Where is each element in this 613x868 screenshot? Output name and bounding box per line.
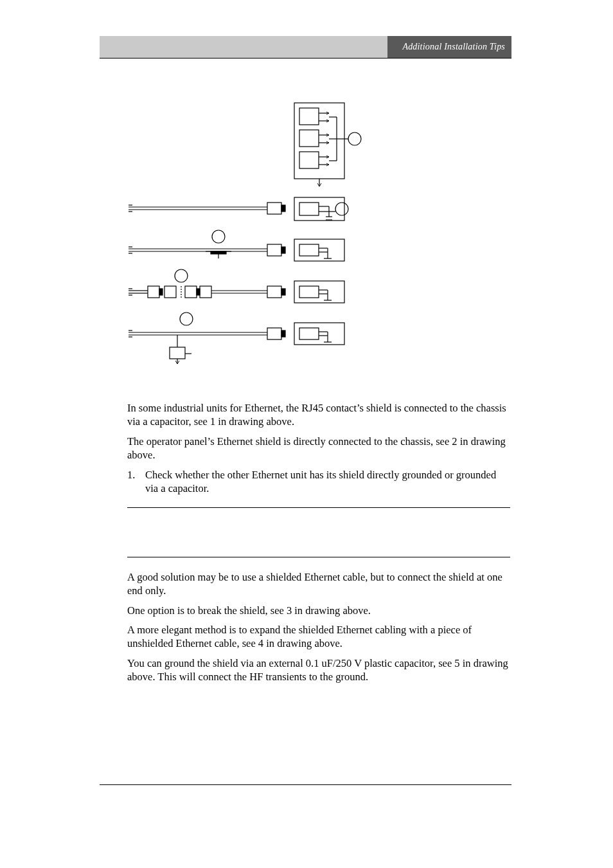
svg-rect-23 [294, 197, 344, 221]
svg-point-37 [212, 230, 225, 243]
svg-rect-43 [294, 239, 344, 261]
svg-rect-24 [299, 203, 319, 215]
header-title: Additional Installation Tips [387, 36, 511, 58]
paragraph-3: A good solution may be to use a shielded… [127, 570, 510, 598]
svg-rect-57 [185, 286, 197, 298]
header-rule [100, 58, 511, 59]
list-number: 1. [127, 468, 145, 496]
svg-rect-55 [164, 286, 176, 298]
svg-point-60 [175, 269, 188, 282]
note-box [127, 507, 510, 557]
header-grey-block [100, 36, 387, 58]
svg-rect-42 [281, 247, 285, 253]
list-item: 1. Check whether the other Ethernet unit… [127, 468, 510, 496]
svg-rect-3 [299, 152, 319, 168]
list-text: Check whether the other Ethernet unit ha… [145, 468, 510, 496]
svg-rect-80 [267, 328, 281, 339]
paragraph-5: A more elegant method is to expand the s… [127, 623, 510, 651]
svg-rect-64 [281, 289, 285, 295]
footer-rule [100, 784, 511, 785]
paragraph-1: In some industrial units for Ethernet, t… [127, 401, 510, 429]
svg-rect-54 [159, 289, 163, 295]
svg-point-32 [335, 203, 348, 215]
svg-rect-22 [281, 205, 285, 212]
svg-rect-83 [299, 328, 319, 339]
svg-point-75 [180, 312, 193, 325]
wiring-diagram [129, 96, 514, 373]
svg-rect-63 [267, 286, 281, 298]
body-text: In some industrial units for Ethernet, t… [127, 401, 510, 690]
page: Additional Installation Tips [0, 0, 613, 868]
svg-rect-39 [211, 251, 226, 254]
svg-rect-44 [299, 244, 319, 256]
paragraph-4: One option is to break the shield, see 3… [127, 604, 510, 617]
svg-rect-21 [267, 203, 281, 214]
svg-rect-77 [170, 347, 185, 359]
svg-point-15 [348, 132, 361, 145]
svg-rect-1 [299, 108, 319, 125]
svg-rect-41 [267, 244, 281, 256]
paragraph-2: The operator panel’s Ethernet shield is … [127, 435, 510, 462]
svg-rect-59 [200, 286, 211, 298]
svg-rect-81 [281, 330, 285, 337]
svg-rect-66 [299, 286, 319, 298]
paragraph-6: You can ground the shield via an externa… [127, 656, 510, 684]
svg-rect-82 [294, 323, 344, 345]
svg-rect-58 [197, 289, 200, 295]
svg-rect-2 [299, 130, 319, 147]
header-bar: Additional Installation Tips [100, 36, 511, 58]
ordered-list: 1. Check whether the other Ethernet unit… [127, 468, 510, 496]
svg-rect-65 [294, 281, 344, 303]
svg-rect-53 [148, 286, 159, 298]
